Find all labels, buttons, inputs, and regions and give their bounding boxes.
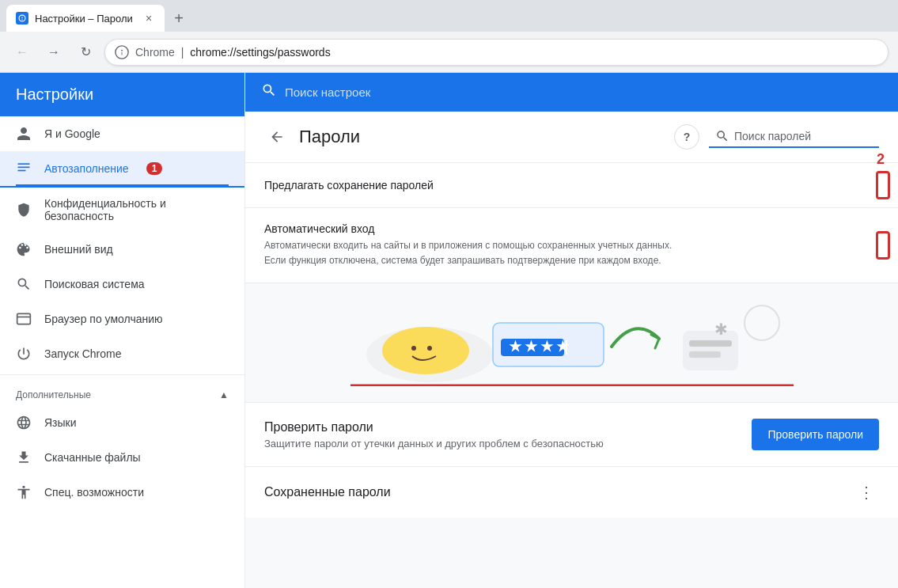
globe-icon (16, 415, 32, 431)
sidebar-divider (0, 374, 244, 375)
list-icon (16, 161, 32, 176)
auto-signin-toggle-box (876, 231, 890, 260)
svg-point-9 (427, 346, 432, 351)
address-brand: Chrome (135, 46, 175, 59)
illustration-area: ★★★★ ✱ (245, 283, 898, 403)
browser-frame: Настройки – Пароли × + ← → ↻ Chrome | ch… (0, 0, 898, 588)
sidebar-item-startup[interactable]: Запуск Chrome (0, 336, 244, 371)
passwords-title: Пароли (299, 127, 665, 147)
sidebar-item-languages[interactable]: Языки (0, 405, 244, 440)
sidebar-label-startup: Запуск Chrome (44, 347, 121, 360)
sidebar-label-profile: Я и Google (44, 127, 100, 140)
sidebar-label-downloads: Скачанные файлы (44, 451, 141, 464)
active-tab[interactable]: Настройки – Пароли × (6, 5, 165, 32)
svg-point-17 (745, 305, 779, 340)
more-options-button[interactable]: ⋮ (854, 480, 879, 505)
address-path: /passwords (275, 46, 331, 59)
saved-passwords-title: Сохраненные пароли (264, 485, 847, 499)
tab-title: Настройки – Пароли (35, 13, 136, 25)
settings-search-bar[interactable] (245, 73, 898, 112)
auto-signin-title: Автоматический вход (264, 222, 879, 235)
sidebar-item-privacy[interactable]: Конфиденциальность и безопасность (0, 188, 244, 232)
sidebar-item-accessibility[interactable]: Спец. возможности (0, 475, 244, 510)
address-bar[interactable]: Chrome | chrome://settings/passwords (104, 39, 889, 66)
sidebar-label-autofill: Автозаполнение (44, 162, 129, 175)
sidebar-label-accessibility: Спец. возможности (44, 486, 144, 499)
auto-signin-description: Автоматически входить на сайты и в прило… (264, 238, 802, 268)
shield-icon (16, 202, 32, 218)
svg-rect-14 (683, 331, 738, 370)
sidebar-label-browser: Браузер по умолчанию (44, 313, 163, 325)
main-content: Пароли ? Предлагать сохранение паролей 2 (245, 73, 898, 588)
palette-icon (16, 241, 32, 257)
help-button[interactable]: ? (674, 124, 699, 150)
svg-text:★★★★: ★★★★ (509, 339, 572, 355)
svg-rect-2 (18, 167, 30, 169)
passwords-header: Пароли ? (245, 112, 898, 163)
reload-button[interactable]: ↻ (73, 40, 98, 65)
sidebar-header: Настройки (0, 73, 244, 116)
svg-rect-13 (566, 340, 567, 355)
search-icon (16, 276, 32, 292)
step2-label: 2 (877, 151, 885, 168)
tab-close-button[interactable]: × (142, 12, 155, 25)
settings-search-icon (261, 82, 277, 102)
svg-point-8 (411, 346, 416, 351)
passwords-search-bar[interactable] (709, 126, 879, 148)
check-description: Защитите пароли от утечки данных и други… (264, 438, 733, 450)
address-scheme: chrome:// (190, 46, 236, 59)
check-passwords-row: Проверить пароли Защитите пароли от утеч… (245, 403, 898, 467)
person-icon (16, 126, 32, 142)
address-bar-row: ← → ↻ Chrome | chrome://settings/passwor… (0, 32, 898, 73)
svg-rect-1 (18, 163, 30, 165)
passwords-illustration: ★★★★ ✱ (350, 299, 794, 386)
settings-container: Настройки Я и Google Автозаполнение 1 Ко… (0, 73, 898, 588)
new-tab-button[interactable]: + (168, 7, 190, 29)
check-passwords-button[interactable]: Проверить пароли (752, 419, 879, 450)
browser-icon (16, 311, 32, 327)
sidebar: Настройки Я и Google Автозаполнение 1 Ко… (0, 73, 245, 588)
autofill-badge: 1 (146, 162, 163, 175)
check-text: Проверить пароли Защитите пароли от утеч… (264, 420, 733, 450)
svg-rect-16 (689, 351, 721, 358)
sidebar-item-appearance[interactable]: Внешний вид (0, 232, 244, 267)
sidebar-item-autofill[interactable]: Автозаполнение 1 (0, 151, 244, 188)
tab-bar: Настройки – Пароли × + (0, 0, 898, 32)
sidebar-item-profile[interactable]: Я и Google (0, 116, 244, 151)
sidebar-item-downloads[interactable]: Скачанные файлы (0, 440, 244, 475)
sidebar-label-appearance: Внешний вид (44, 243, 113, 256)
tab-favicon (16, 12, 28, 25)
sidebar-item-browser[interactable]: Браузер по умолчанию (0, 302, 244, 336)
security-icon (115, 45, 129, 59)
settings-search-input[interactable] (285, 85, 882, 99)
auto-signin-row: Автоматический вход Автоматически входит… (245, 208, 898, 283)
passwords-search-input[interactable] (734, 130, 873, 142)
offer-save-label: Предлагать сохранение паролей (264, 179, 879, 192)
svg-text:✱: ✱ (714, 321, 728, 338)
accessibility-icon (16, 484, 32, 500)
svg-point-7 (382, 327, 469, 374)
saved-passwords-row: Сохраненные пароли ⋮ (245, 467, 898, 518)
svg-rect-3 (18, 170, 26, 172)
offer-save-row: Предлагать сохранение паролей 2 (245, 163, 898, 208)
download-icon (16, 450, 32, 465)
address-text: Chrome | chrome://settings/passwords (135, 46, 331, 59)
svg-rect-15 (689, 340, 732, 347)
sidebar-label-languages: Языки (44, 416, 77, 429)
sidebar-item-search[interactable]: Поисковая система (0, 267, 244, 302)
check-title: Проверить пароли (264, 420, 733, 434)
svg-rect-4 (17, 313, 31, 324)
sidebar-label-privacy: Конфиденциальность и безопасность (44, 197, 229, 222)
address-host: settings (237, 46, 275, 59)
auto-signin-text: Автоматический вход Автоматически входит… (264, 222, 879, 268)
sidebar-label-search: Поисковая система (44, 278, 145, 290)
toggle-highlight-box: 2 (876, 171, 890, 199)
forward-nav-button[interactable]: → (41, 40, 66, 65)
back-nav-button[interactable]: ← (9, 40, 35, 65)
power-icon (16, 346, 32, 362)
passwords-back-button[interactable] (264, 124, 290, 150)
advanced-section-label: Дополнительные ▲ (0, 378, 244, 405)
